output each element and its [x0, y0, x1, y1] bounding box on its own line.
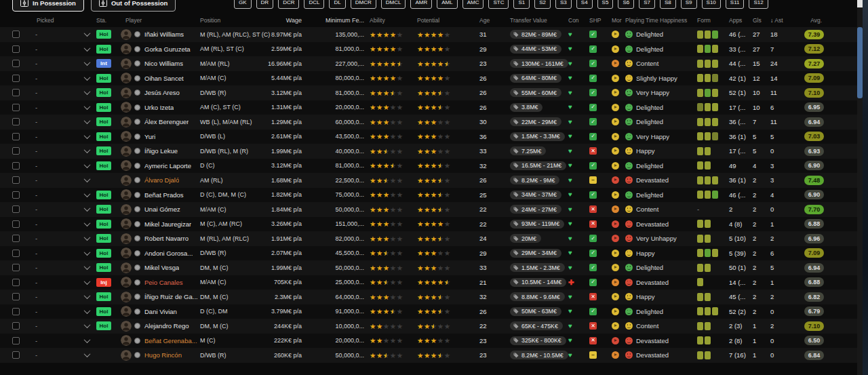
player-name[interactable]: Íñigo Ruiz de Ga... — [144, 293, 198, 300]
player-row[interactable]: -HolAlejandro RegoDM, M (C)244K€ p/a10,0… — [0, 319, 857, 334]
player-row[interactable]: -HolIñaki WilliamsM (RL), AM (RLC), ST (… — [0, 27, 857, 42]
column-header-con[interactable]: Con — [568, 17, 579, 24]
row-dropdown-chevron-icon[interactable] — [84, 234, 91, 241]
player-name[interactable]: Yuri — [144, 133, 155, 140]
player-row[interactable]: -HolRobert NavarroM (RL), AM (RLC)1.91M€… — [0, 231, 857, 246]
column-header-potential[interactable]: Potential — [417, 17, 439, 24]
column-header-ast[interactable]: Ast — [774, 17, 783, 24]
row-dropdown-chevron-icon[interactable] — [84, 292, 91, 299]
row-dropdown-chevron-icon[interactable] — [84, 307, 91, 314]
filter-dr[interactable]: DR — [256, 0, 274, 9]
filter-stc[interactable]: STC — [488, 0, 509, 9]
player-name[interactable]: Aymeric Laporte — [144, 162, 191, 170]
player-name[interactable]: Álex Berenguer — [144, 118, 189, 125]
column-header-apps[interactable]: Apps — [729, 17, 742, 24]
filter-amc[interactable]: AMC — [462, 0, 484, 9]
row-dropdown-chevron-icon[interactable] — [84, 45, 91, 52]
row-dropdown-chevron-icon[interactable] — [84, 191, 91, 197]
filter-amr[interactable]: AMR — [410, 0, 432, 9]
player-name[interactable]: Nico Williams — [144, 60, 183, 67]
row-checkbox[interactable] — [12, 60, 20, 67]
player-row[interactable]: -IntNico WilliamsM/AM (RL)16.96M€ p/a227… — [0, 56, 857, 71]
player-row[interactable]: -Hugo RincónD/WB (R)260K€ p/a50,000,0...… — [0, 348, 857, 363]
player-name[interactable]: Mikel Vesga — [144, 264, 179, 271]
scrollbar[interactable] — [857, 0, 863, 375]
row-checkbox[interactable] — [12, 235, 20, 242]
column-header-avg[interactable]: Avg. — [810, 17, 822, 24]
player-row[interactable]: -HolÍñigo LekueD/WB (RL), M (R)1.99M€ p/… — [0, 144, 857, 159]
player-name[interactable]: Oihan Sancet — [144, 75, 184, 82]
filter-s5[interactable]: S5 — [597, 0, 614, 9]
row-dropdown-chevron-icon[interactable] — [84, 205, 91, 212]
row-checkbox[interactable] — [12, 205, 20, 213]
player-row[interactable]: -Beñat Gerenaba...M (C)222K€ p/a20,000,0… — [0, 334, 857, 349]
row-dropdown-chevron-icon[interactable] — [84, 146, 91, 153]
row-dropdown-chevron-icon[interactable] — [84, 278, 91, 285]
player-row[interactable]: -HolJesús AresoD/WB (R)3.12M€ p/a81,000,… — [0, 85, 857, 100]
filter-s7[interactable]: S7 — [639, 0, 655, 9]
filter-s2[interactable]: S2 — [534, 0, 551, 9]
player-name[interactable]: Robert Navarro — [144, 235, 189, 242]
player-row[interactable]: -HolAymeric LaporteD (C)3.12M€ p/a81,000… — [0, 159, 857, 174]
row-dropdown-chevron-icon[interactable] — [84, 161, 91, 168]
filter-dmcr[interactable]: DMCR — [351, 0, 376, 9]
column-header-position[interactable]: Position — [200, 17, 220, 24]
player-name[interactable]: Urko Izeta — [144, 104, 174, 111]
row-checkbox[interactable] — [12, 133, 20, 140]
row-dropdown-chevron-icon[interactable] — [84, 176, 91, 182]
column-header-shp[interactable]: SHP — [589, 17, 601, 24]
filter-s3[interactable]: S3 — [555, 0, 572, 9]
row-dropdown-chevron-icon[interactable] — [84, 103, 91, 110]
filter-s4[interactable]: S4 — [576, 0, 593, 9]
tab-out-of-possession[interactable]: Out of Possession — [91, 0, 176, 12]
filter-gk[interactable]: GK — [234, 0, 252, 9]
row-checkbox[interactable] — [12, 293, 20, 300]
row-checkbox[interactable] — [12, 220, 20, 228]
row-checkbox[interactable] — [12, 31, 20, 38]
column-header-gls[interactable]: Gls — [753, 17, 762, 24]
row-checkbox[interactable] — [12, 45, 20, 53]
scrollbar-thumb[interactable] — [857, 27, 863, 98]
column-header-minfee[interactable]: Minimum Fe... — [326, 17, 364, 24]
row-checkbox[interactable] — [12, 279, 20, 286]
column-header-wage[interactable]: Wage — [286, 17, 302, 24]
player-row[interactable]: -HolDani VivianD (C), DM3.79M€ p/a91,000… — [0, 304, 857, 319]
row-checkbox[interactable] — [12, 89, 20, 96]
player-row[interactable]: -HolGorka GuruzetaAM (RL), ST (C)2.59M€ … — [0, 42, 857, 57]
player-name[interactable]: Beñat Gerenaba... — [144, 337, 197, 344]
row-checkbox[interactable] — [12, 162, 20, 170]
player-row[interactable]: -HolMikel VesgaDM, M (C)1.99M€ p/a50,000… — [0, 260, 857, 275]
player-name[interactable]: Beñat Prados — [144, 191, 184, 199]
player-name[interactable]: Unai Gómez — [144, 205, 180, 213]
row-checkbox[interactable] — [12, 176, 20, 184]
row-checkbox[interactable] — [12, 104, 20, 111]
filter-s10[interactable]: S10 — [702, 0, 721, 9]
column-header-form[interactable]: Form — [697, 17, 711, 24]
player-name[interactable]: Álvaro Djaló — [144, 176, 179, 184]
player-row[interactable]: -InjPeio CanalesM/AM (C)705K€ p/a25,000,… — [0, 275, 857, 290]
column-header-player[interactable]: Player — [125, 17, 142, 24]
row-checkbox[interactable] — [12, 264, 20, 271]
filter-s8[interactable]: S8 — [660, 0, 676, 9]
player-name[interactable]: Peio Canales — [144, 279, 183, 286]
filter-s12[interactable]: S12 — [749, 0, 768, 9]
filter-dmcl[interactable]: DMCL — [381, 0, 406, 9]
row-checkbox[interactable] — [12, 351, 20, 359]
row-checkbox[interactable] — [12, 250, 20, 257]
player-name[interactable]: Dani Vivian — [144, 308, 177, 315]
row-checkbox[interactable] — [12, 191, 20, 199]
player-row[interactable]: -HolÍñigo Ruiz de Ga...DM, M (C)2.3M€ p/… — [0, 290, 857, 304]
filter-aml[interactable]: AML — [437, 0, 457, 9]
filter-s11[interactable]: S11 — [726, 0, 745, 9]
column-header-happiness[interactable]: Playing Time Happiness — [625, 17, 687, 24]
row-checkbox[interactable] — [12, 118, 20, 125]
row-dropdown-chevron-icon[interactable] — [84, 249, 91, 256]
row-dropdown-chevron-icon[interactable] — [84, 263, 91, 270]
tab-in-possession[interactable]: In Possession — [12, 0, 84, 12]
row-dropdown-chevron-icon[interactable] — [84, 59, 91, 66]
player-name[interactable]: Jesús Areso — [144, 89, 180, 96]
column-header-age[interactable]: Age — [479, 17, 490, 24]
row-dropdown-chevron-icon[interactable] — [84, 30, 91, 37]
player-row[interactable]: -HolYuriD/WB (L)2.61M€ p/a43,500,0...★★★… — [0, 130, 857, 144]
player-name[interactable]: Alejandro Rego — [144, 322, 189, 330]
